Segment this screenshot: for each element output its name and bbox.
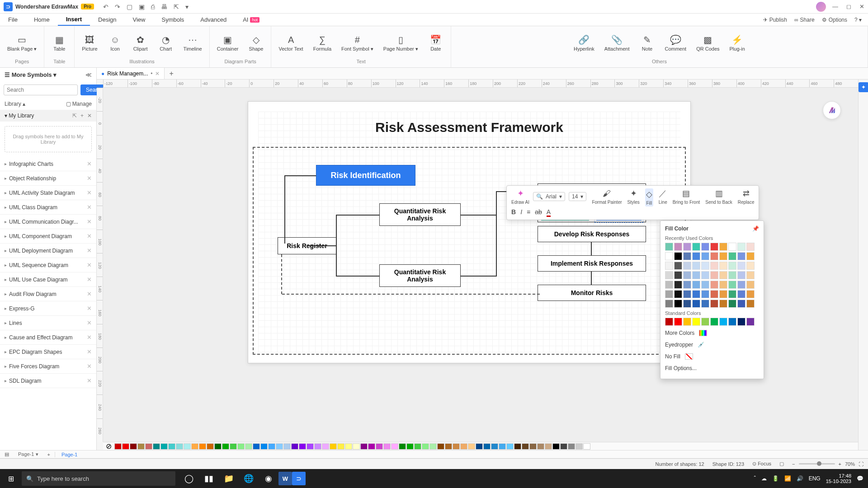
category-close-icon[interactable]: ✕ bbox=[87, 319, 92, 326]
quick-color-swatch[interactable] bbox=[552, 443, 560, 450]
quick-color-swatch[interactable] bbox=[445, 443, 452, 450]
menu-design[interactable]: Design bbox=[90, 14, 124, 26]
quick-color-swatch[interactable] bbox=[260, 443, 268, 450]
quick-color-swatch[interactable] bbox=[330, 443, 337, 450]
color-swatch[interactable] bbox=[701, 290, 709, 298]
quick-color-swatch[interactable] bbox=[383, 443, 391, 450]
export-icon[interactable]: ⇱ bbox=[174, 3, 179, 10]
color-swatch[interactable] bbox=[728, 290, 736, 298]
quick-color-swatch[interactable] bbox=[576, 443, 583, 450]
edrawmax-taskbar-icon[interactable]: ⊃ bbox=[292, 472, 306, 485]
category-item[interactable]: ▸Five Forces Diagram✕ bbox=[0, 359, 96, 374]
category-item[interactable]: ▸UML Communication Diagr...✕ bbox=[0, 215, 96, 229]
color-swatch[interactable] bbox=[665, 290, 673, 298]
page-number-button[interactable]: ▯Page Number ▾ bbox=[382, 33, 420, 53]
category-item[interactable]: ▸Audit Flow Diagram✕ bbox=[0, 287, 96, 301]
no-fill-option[interactable]: No Fill bbox=[665, 351, 759, 362]
color-swatch[interactable] bbox=[683, 271, 691, 279]
quick-color-swatch[interactable] bbox=[545, 443, 552, 450]
color-swatch[interactable] bbox=[746, 252, 755, 260]
tray-wifi-icon[interactable]: 📶 bbox=[784, 475, 791, 482]
color-swatch[interactable] bbox=[710, 318, 718, 326]
quick-color-swatch[interactable] bbox=[429, 443, 437, 450]
quick-color-swatch[interactable] bbox=[230, 443, 237, 450]
quick-color-swatch[interactable] bbox=[176, 443, 183, 450]
quick-color-swatch[interactable] bbox=[499, 443, 506, 450]
quick-color-swatch[interactable] bbox=[537, 443, 544, 450]
color-swatch[interactable] bbox=[737, 300, 745, 308]
color-swatch[interactable] bbox=[683, 281, 691, 289]
category-close-icon[interactable]: ✕ bbox=[87, 291, 92, 297]
menu-home[interactable]: Home bbox=[26, 14, 58, 26]
color-swatch[interactable] bbox=[728, 262, 736, 270]
mylib-toggle[interactable]: ▾ My Library bbox=[5, 113, 34, 119]
shape-develop[interactable]: Develop Risk Responses bbox=[538, 226, 646, 242]
quick-color-swatch[interactable] bbox=[268, 443, 275, 450]
new-icon[interactable]: ▢ bbox=[127, 3, 132, 10]
ai-sidebar-icon[interactable]: ✦ bbox=[859, 82, 868, 92]
category-item[interactable]: ▸UML Sequence Diagram✕ bbox=[0, 258, 96, 272]
color-swatch[interactable] bbox=[665, 252, 673, 260]
quick-color-swatch[interactable] bbox=[299, 443, 306, 450]
share-button[interactable]: ∞ Share bbox=[794, 17, 815, 23]
color-swatch[interactable] bbox=[692, 290, 700, 298]
color-swatch[interactable] bbox=[701, 262, 709, 270]
menu-file[interactable]: File bbox=[0, 14, 26, 26]
category-close-icon[interactable]: ✕ bbox=[87, 189, 92, 196]
quick-color-swatch[interactable] bbox=[114, 443, 122, 450]
edge-icon[interactable]: 🌐 bbox=[239, 469, 259, 488]
quick-color-swatch[interactable] bbox=[368, 443, 375, 450]
format-painter-button[interactable]: 🖌Format Painter bbox=[592, 188, 622, 205]
chrome-icon[interactable]: ◉ bbox=[259, 469, 278, 488]
color-swatch[interactable] bbox=[674, 271, 682, 279]
color-swatch[interactable] bbox=[710, 290, 718, 298]
color-swatch[interactable] bbox=[665, 262, 673, 270]
color-swatch[interactable] bbox=[710, 271, 718, 279]
color-swatch[interactable] bbox=[737, 290, 745, 298]
line-button[interactable]: ／Line bbox=[659, 188, 667, 205]
quick-color-swatch[interactable] bbox=[422, 443, 429, 450]
menu-ai[interactable]: AI hot bbox=[235, 14, 268, 26]
color-swatch[interactable] bbox=[728, 271, 736, 279]
color-swatch[interactable] bbox=[746, 281, 755, 289]
quick-color-swatch[interactable] bbox=[168, 443, 175, 450]
task-view-icon[interactable]: ◯ bbox=[179, 469, 199, 488]
manage-link[interactable]: ▢ Manage bbox=[66, 101, 92, 107]
color-swatch[interactable] bbox=[683, 262, 691, 270]
color-swatch[interactable] bbox=[701, 243, 709, 251]
replace-button[interactable]: ⇄Replace bbox=[738, 188, 755, 205]
quick-color-swatch[interactable] bbox=[191, 443, 198, 450]
category-item[interactable]: ▸SDL Diagram✕ bbox=[0, 374, 96, 388]
quick-color-swatch[interactable] bbox=[199, 443, 206, 450]
category-close-icon[interactable]: ✕ bbox=[87, 160, 92, 167]
color-swatch[interactable] bbox=[737, 262, 745, 270]
font-size-select[interactable]: 14 ▾ bbox=[569, 192, 586, 201]
color-swatch[interactable] bbox=[746, 262, 755, 270]
color-swatch[interactable] bbox=[674, 252, 682, 260]
options-button[interactable]: ⚙ Options bbox=[822, 17, 847, 23]
color-swatch[interactable] bbox=[674, 318, 682, 326]
collapse-panel-icon[interactable]: ≪ bbox=[85, 71, 92, 78]
category-close-icon[interactable]: ✕ bbox=[87, 175, 92, 182]
attachment-button[interactable]: 📎Attachment bbox=[603, 33, 632, 53]
color-swatch[interactable] bbox=[692, 243, 700, 251]
color-swatch[interactable] bbox=[719, 243, 727, 251]
qr-button[interactable]: ▩QR Codes bbox=[694, 33, 721, 53]
focus-toggle[interactable]: ⊙ Focus bbox=[752, 461, 771, 467]
category-item[interactable]: ▸Cause and Effect Diagram✕ bbox=[0, 330, 96, 345]
category-item[interactable]: ▸Lines✕ bbox=[0, 316, 96, 330]
color-swatch[interactable] bbox=[665, 300, 673, 308]
color-swatch[interactable] bbox=[746, 271, 755, 279]
color-swatch[interactable] bbox=[737, 318, 745, 326]
menu-view[interactable]: View bbox=[125, 14, 154, 26]
pin-icon[interactable]: 📌 bbox=[752, 225, 759, 232]
color-swatch[interactable] bbox=[719, 281, 727, 289]
table-button[interactable]: ▦Table bbox=[50, 33, 69, 53]
quick-color-swatch[interactable] bbox=[453, 443, 460, 450]
taskbar-search[interactable]: 🔍 Type here to search bbox=[22, 471, 175, 486]
print-icon[interactable]: 🖶 bbox=[161, 3, 167, 10]
color-swatch[interactable] bbox=[719, 252, 727, 260]
quick-color-swatch[interactable] bbox=[522, 443, 529, 450]
quick-color-swatch[interactable] bbox=[529, 443, 537, 450]
quick-color-swatch[interactable] bbox=[406, 443, 414, 450]
